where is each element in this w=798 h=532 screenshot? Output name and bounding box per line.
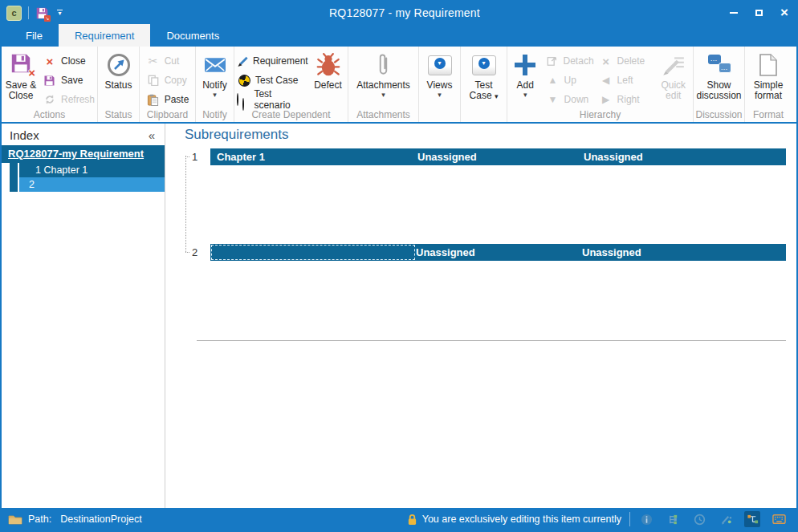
tab-file[interactable]: File [10, 24, 59, 47]
attachments-button[interactable]: Attachments ▾ [350, 48, 417, 109]
group-label-format: Format [745, 109, 792, 122]
simple-format-button[interactable]: Simple format [745, 48, 792, 109]
plus-icon [515, 55, 535, 75]
chevron-down-icon: ▾ [495, 92, 499, 100]
history-icon[interactable] [691, 511, 707, 527]
views-dropdown-icon: ▼ [428, 55, 452, 75]
ribbon-group-clipboard: ✂ Cut Copy [140, 47, 196, 122]
attachments-label: Attachments [356, 80, 410, 91]
collapse-sidebar-button[interactable]: « [149, 128, 155, 142]
quick-edit-pen-icon [662, 53, 686, 77]
refresh-button: Refresh [40, 90, 97, 109]
quick-edit-label: Quick edit [656, 80, 691, 102]
create-test-case-button[interactable]: Test Case [234, 71, 308, 90]
info-icon[interactable] [638, 511, 654, 527]
views-button[interactable]: ▼ Views ▾ [419, 48, 460, 109]
save-label: Save [61, 75, 83, 86]
left-label: Left [617, 75, 633, 86]
quick-edit-button: Quick edit [654, 48, 693, 109]
hierarchy-view-icon[interactable] [744, 511, 760, 527]
save-and-close-button[interactable]: × Save & Close [2, 48, 40, 109]
quick-access-dropdown[interactable]: ▾ [57, 10, 63, 16]
ribbon-group-views: ▼ Views ▾ [419, 47, 461, 122]
chevron-down-icon: ▾ [438, 91, 442, 98]
tree-item-chapter1[interactable]: 1 Chapter 1 [19, 163, 165, 177]
move-right-button: ▶ Right [596, 90, 654, 109]
maximize-button[interactable] [755, 5, 763, 21]
scissors-icon: ✂ [146, 55, 161, 67]
window-controls: × [713, 5, 796, 21]
down-label: Down [564, 94, 589, 105]
table-row[interactable]: Chapter 1 Unassigned Unassigned [210, 148, 786, 165]
titlebar: c ↘ ▾ RQ128077 - my Requirement × [2, 2, 796, 24]
copy-button: Copy [144, 71, 192, 90]
move-left-button: ◀ Left [596, 71, 654, 90]
folder-icon [8, 514, 22, 525]
path-value: DestinationProject [60, 514, 141, 525]
group-label-discussion: Discussion [694, 109, 744, 122]
tab-documents[interactable]: Documents [150, 24, 235, 47]
minimize-button[interactable] [730, 5, 738, 21]
close-button[interactable]: × Close [40, 51, 97, 71]
assignee-cell[interactable]: Unassigned [416, 244, 582, 261]
tree-item-2-selected[interactable]: 2 [19, 177, 165, 192]
app-icon[interactable]: c [6, 6, 22, 21]
show-discussion-button[interactable]: … … Show discussion [694, 48, 744, 109]
delete-x-icon: × [599, 55, 613, 68]
envelope-icon [205, 58, 226, 72]
copy-icon [146, 75, 161, 86]
group-label-notify: Notify [196, 109, 234, 122]
create-test-scenario-button[interactable]: Test scenario [234, 90, 308, 109]
quick-save-button[interactable]: ↘ [35, 6, 49, 20]
close-icon: × [43, 55, 57, 68]
exclusive-edit-message: You are exclusively editing this item cu… [422, 514, 621, 525]
create-requirement-button[interactable]: Requirement [234, 51, 308, 71]
tree-connector-line [185, 156, 186, 252]
tree-item-root[interactable]: RQ128077-my Requirement [2, 145, 165, 163]
table-row[interactable]: Unassigned Unassigned [210, 244, 786, 261]
save-icon [43, 75, 57, 87]
index-tree: RQ128077-my Requirement 1 Chapter 1 2 [2, 145, 165, 192]
status-cell[interactable]: Unassigned [584, 148, 786, 165]
signature-icon[interactable] [718, 511, 734, 527]
up-label: Up [564, 75, 576, 86]
group-label-create-dependent: Create Dependent [234, 109, 348, 122]
test-case-dropdown-button[interactable]: ▼ Test Case ▾ [464, 48, 504, 109]
discussion-bubbles-icon: … … [706, 53, 732, 77]
test-case-wheel-icon [237, 75, 251, 87]
ribbon-group-attachments: Attachments ▾ Attachments [348, 47, 419, 122]
save-button[interactable]: Save [40, 71, 97, 90]
notify-button[interactable]: Notify ▾ [196, 48, 234, 109]
group-label-attachments: Attachments [348, 109, 418, 122]
simple-format-label: Simple format [747, 80, 790, 102]
create-defect-button[interactable]: Defect [308, 48, 348, 109]
close-x-icon: × [28, 67, 35, 80]
status-label: Status [104, 80, 132, 91]
content-area: Index « RQ128077-my Requirement 1 Chapte… [2, 124, 796, 508]
status-cell[interactable]: Unassigned [582, 244, 786, 261]
subrequirement-title-cell[interactable]: Chapter 1 [210, 148, 417, 165]
add-button[interactable]: Add ▾ [507, 48, 544, 109]
assignee-cell[interactable]: Unassigned [417, 148, 584, 165]
requirement-pen-icon [237, 55, 249, 67]
subrequirement-title-cell-focused[interactable] [211, 245, 415, 260]
chevron-down-icon: ▾ [523, 91, 527, 98]
arrow-left-icon: ◀ [599, 75, 613, 86]
status-button[interactable]: Status [98, 48, 139, 109]
ribbon-group-status: Status Status [98, 47, 140, 122]
sidebar-title: Index [10, 128, 39, 142]
test-scenario-icon [237, 93, 250, 106]
tab-requirement[interactable]: Requirement [59, 24, 150, 47]
ribbon-group-hierarchy: Add ▾ Detach × [507, 47, 694, 122]
close-window-button[interactable]: × [780, 5, 788, 21]
ribbon-group-discussion: … … Show discussion Discussion [694, 47, 745, 122]
chevron-down-icon: ▾ [58, 11, 61, 16]
paste-button[interactable]: Paste [144, 90, 192, 109]
group-label-hierarchy: Hierarchy [507, 109, 693, 122]
test-case-dropdown-icon: ▼ [472, 55, 496, 75]
traceability-tree-icon[interactable] [665, 511, 681, 527]
keyboard-icon[interactable] [771, 511, 787, 527]
app-window: c ↘ ▾ RQ128077 - my Requirement × [0, 0, 798, 532]
show-discussion-label: Show discussion [695, 80, 743, 102]
chevron-down-icon: ▾ [381, 91, 385, 98]
